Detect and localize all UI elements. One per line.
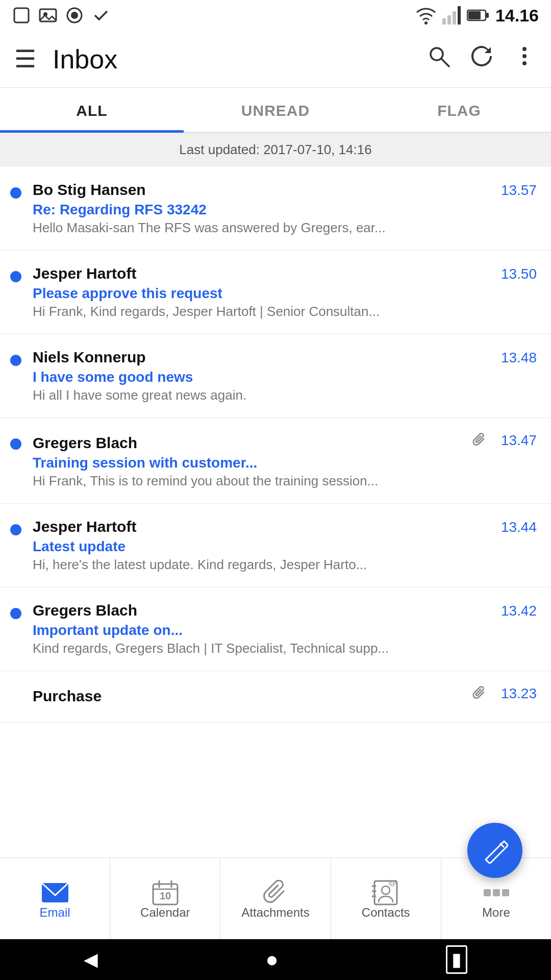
home-button[interactable]: ● <box>265 947 278 972</box>
wifi-icon <box>416 6 436 24</box>
square-icon <box>12 6 31 24</box>
menu-button[interactable]: ☰ <box>14 47 36 71</box>
svg-rect-9 <box>458 6 461 24</box>
nav-more-label: More <box>482 905 510 920</box>
email-item[interactable]: Gregers Blach 13.47 Training session wit… <box>0 418 551 504</box>
svg-rect-8 <box>453 11 456 24</box>
email-time: 13.50 <box>501 266 537 282</box>
email-time: 13.47 <box>501 432 537 449</box>
email-preview: Hi Frank, Kind regards, Jesper Hartoft |… <box>33 304 537 320</box>
recents-button[interactable]: ▮ <box>446 945 467 974</box>
svg-point-13 <box>431 48 443 60</box>
tab-unread[interactable]: UNREAD <box>184 88 367 132</box>
nav-calendar-label: Calendar <box>140 905 190 920</box>
nav-contacts[interactable]: @ Contacts <box>331 858 441 939</box>
email-time: 13.23 <box>501 685 537 702</box>
overflow-menu-button[interactable] <box>512 44 537 74</box>
email-list: Bo Stig Hansen 13.57 Re: Regarding RFS 3… <box>0 167 551 723</box>
svg-rect-32 <box>502 889 509 896</box>
email-item[interactable]: Bo Stig Hansen 13.57 Re: Regarding RFS 3… <box>0 167 551 251</box>
svg-point-16 <box>522 54 527 58</box>
email-item[interactable]: Jesper Hartoft 13.44 Latest update Hi, h… <box>0 504 551 587</box>
email-subject: Latest update <box>33 538 537 555</box>
svg-text:@: @ <box>388 880 396 887</box>
check-icon <box>92 6 110 24</box>
sender-name: Bo Stig Hansen <box>33 181 146 199</box>
last-updated-bar: Last updated: 2017-07-10, 14:16 <box>0 133 551 167</box>
back-button[interactable]: ◀ <box>84 949 98 970</box>
nav-attachments[interactable]: Attachments <box>220 858 331 939</box>
attachment-icon <box>472 686 488 701</box>
email-content: Purchase 13.23 <box>33 685 537 708</box>
status-icons-right: 14.16 <box>416 6 539 26</box>
email-preview: Hi, here's the latest update. Kind regar… <box>33 557 537 573</box>
email-item[interactable]: Purchase 13.23 <box>0 671 551 723</box>
svg-rect-0 <box>14 8 29 22</box>
email-subject: Training session with customer... <box>33 455 537 471</box>
tab-bar: ALL UNREAD FLAG <box>0 88 551 133</box>
email-time: 13.42 <box>501 603 537 619</box>
battery-icon <box>467 6 489 24</box>
email-subject: Re: Regarding RFS 33242 <box>33 202 537 218</box>
status-bar: 14.16 <box>0 0 551 31</box>
app-bar: ☰ Inbox <box>0 31 551 88</box>
email-preview: Kind regards, Gregers Blach | IT Special… <box>33 641 537 656</box>
svg-point-15 <box>522 47 527 51</box>
record-icon <box>65 6 84 24</box>
photo-icon <box>39 6 57 24</box>
email-preview: Hi all I have some great news again. <box>33 387 537 403</box>
email-content: Niels Konnerup 13.48 I have some good ne… <box>33 349 537 403</box>
email-content: Gregers Blach 13.42 Important update on.… <box>33 602 537 656</box>
svg-rect-30 <box>484 889 491 896</box>
svg-line-14 <box>442 59 449 66</box>
attachments-nav-icon <box>261 880 290 905</box>
email-subject: Please approve this request <box>33 285 537 302</box>
email-content: Jesper Hartoft 13.44 Latest update Hi, h… <box>33 518 537 573</box>
contacts-nav-icon: @ <box>371 880 400 905</box>
attachment-icon <box>472 433 488 448</box>
nav-contacts-label: Contacts <box>362 905 410 920</box>
signal-icon <box>442 6 461 24</box>
svg-rect-6 <box>442 18 446 24</box>
svg-point-28 <box>382 886 390 894</box>
svg-point-5 <box>424 21 428 24</box>
email-item[interactable]: Gregers Blach 13.42 Important update on.… <box>0 587 551 671</box>
bottom-nav: Email 10 Calendar Attachments @ Contacts <box>0 857 551 939</box>
nav-email-label: Email <box>40 905 70 920</box>
svg-text:10: 10 <box>160 890 171 901</box>
compose-button[interactable] <box>467 823 522 878</box>
sender-name: Gregers Blach <box>33 602 137 619</box>
unread-indicator <box>10 271 21 282</box>
sender-name: Jesper Hartoft <box>33 265 136 282</box>
sender-name: Jesper Hartoft <box>33 518 136 535</box>
search-button[interactable] <box>427 44 451 74</box>
email-item[interactable]: Niels Konnerup 13.48 I have some good ne… <box>0 334 551 418</box>
email-item[interactable]: Jesper Hartoft 13.50 Please approve this… <box>0 251 551 334</box>
svg-rect-7 <box>447 15 451 24</box>
email-subject: Important update on... <box>33 622 537 639</box>
calendar-nav-icon: 10 <box>151 880 180 905</box>
email-content: Jesper Hartoft 13.50 Please approve this… <box>33 265 537 320</box>
app-bar-actions <box>427 44 537 74</box>
email-time: 13.57 <box>501 182 537 199</box>
sender-name: Niels Konnerup <box>33 349 146 366</box>
unread-indicator <box>10 187 21 199</box>
nav-email[interactable]: Email <box>0 858 110 939</box>
email-preview: Hello Masaki-san The RFS was answered by… <box>33 220 537 236</box>
time-display: 14.16 <box>495 6 539 26</box>
refresh-button[interactable] <box>469 44 494 74</box>
unread-indicator <box>10 438 21 450</box>
email-nav-icon <box>41 880 69 905</box>
sender-name: Purchase <box>33 688 102 705</box>
email-content: Gregers Blach 13.47 Training session wit… <box>33 432 537 489</box>
nav-calendar[interactable]: 10 Calendar <box>110 858 220 939</box>
compose-icon <box>482 837 508 864</box>
email-time: 13.48 <box>501 350 537 366</box>
svg-rect-1 <box>40 9 56 21</box>
tab-all[interactable]: ALL <box>0 88 184 132</box>
unread-indicator <box>10 355 21 366</box>
tab-flag[interactable]: FLAG <box>367 88 551 132</box>
svg-point-4 <box>71 12 78 19</box>
nav-attachments-label: Attachments <box>241 905 309 920</box>
sender-name: Gregers Blach <box>33 434 137 452</box>
